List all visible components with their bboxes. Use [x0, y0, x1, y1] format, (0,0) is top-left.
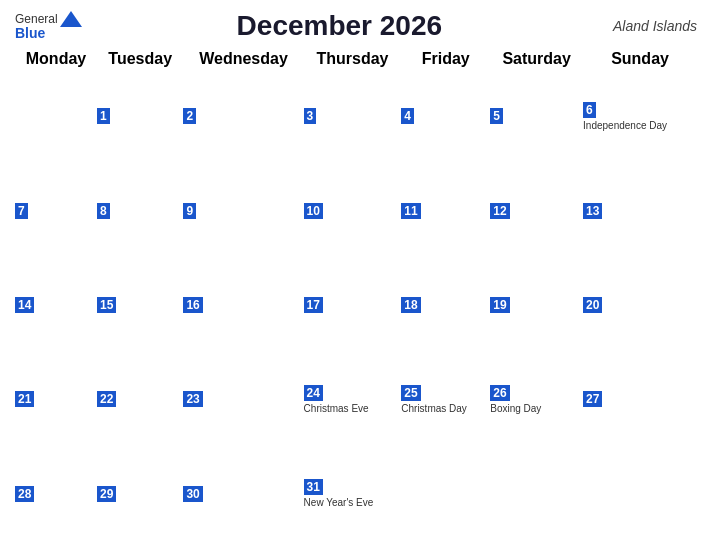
day-number: 17	[304, 297, 323, 313]
day-number: 26	[490, 385, 509, 401]
calendar-table: Monday Tuesday Wednesday Thursday Friday…	[15, 50, 697, 540]
day-number: 13	[583, 203, 602, 219]
calendar-cell: 25Christmas Day	[401, 351, 490, 445]
header-saturday: Saturday	[490, 50, 583, 68]
day-number: 5	[490, 108, 503, 124]
calendar-header: General Blue December 2026 Aland Islands	[15, 10, 697, 42]
calendar-cell: 17	[304, 257, 402, 351]
event-label: Christmas Day	[401, 403, 490, 414]
day-number: 30	[183, 486, 202, 502]
calendar-week-4: 21222324Christmas Eve25Christmas Day26Bo…	[15, 351, 697, 445]
calendar-cell: 20	[583, 257, 697, 351]
logo-blue-text: Blue	[15, 25, 45, 41]
logo-icon	[60, 11, 82, 27]
calendar-week-1: 123456Independence Day	[15, 68, 697, 162]
day-number: 19	[490, 297, 509, 313]
day-number: 9	[183, 203, 196, 219]
calendar-cell	[401, 446, 490, 540]
header-wednesday: Wednesday	[183, 50, 303, 68]
day-number: 6	[583, 102, 596, 118]
calendar-title: December 2026	[237, 10, 442, 42]
day-number: 28	[15, 486, 34, 502]
logo: General Blue	[15, 11, 82, 41]
day-number: 16	[183, 297, 202, 313]
calendar-cell: 11	[401, 162, 490, 256]
header-monday: Monday	[15, 50, 97, 68]
event-label: Independence Day	[583, 120, 697, 131]
calendar-cell: 8	[97, 162, 183, 256]
calendar-week-5: 28293031New Year's Eve	[15, 446, 697, 540]
header-tuesday: Tuesday	[97, 50, 183, 68]
day-number: 21	[15, 391, 34, 407]
weekday-header-row: Monday Tuesday Wednesday Thursday Friday…	[15, 50, 697, 68]
calendar-cell: 27	[583, 351, 697, 445]
calendar-cell: 7	[15, 162, 97, 256]
day-number: 8	[97, 203, 110, 219]
svg-marker-0	[60, 11, 82, 27]
day-number: 11	[401, 203, 420, 219]
day-number: 10	[304, 203, 323, 219]
calendar-cell: 14	[15, 257, 97, 351]
day-number: 4	[401, 108, 414, 124]
calendar-cell: 1	[97, 68, 183, 162]
calendar-week-3: 14151617181920	[15, 257, 697, 351]
calendar-cell: 3	[304, 68, 402, 162]
day-number: 22	[97, 391, 116, 407]
calendar-cell: 15	[97, 257, 183, 351]
calendar-cell: 21	[15, 351, 97, 445]
calendar-cell: 5	[490, 68, 583, 162]
calendar-cell: 26Boxing Day	[490, 351, 583, 445]
day-number: 29	[97, 486, 116, 502]
header-thursday: Thursday	[304, 50, 402, 68]
calendar-cell: 22	[97, 351, 183, 445]
calendar-cell: 4	[401, 68, 490, 162]
calendar-cell: 23	[183, 351, 303, 445]
calendar-cell	[583, 446, 697, 540]
day-number: 18	[401, 297, 420, 313]
header-friday: Friday	[401, 50, 490, 68]
day-number: 27	[583, 391, 602, 407]
day-number: 7	[15, 203, 28, 219]
calendar-cell: 30	[183, 446, 303, 540]
day-number: 1	[97, 108, 110, 124]
logo-general-text: General	[15, 12, 58, 26]
day-number: 12	[490, 203, 509, 219]
event-label: New Year's Eve	[304, 497, 402, 508]
day-number: 15	[97, 297, 116, 313]
calendar-cell: 28	[15, 446, 97, 540]
calendar-cell: 31New Year's Eve	[304, 446, 402, 540]
calendar-cell: 6Independence Day	[583, 68, 697, 162]
calendar-cell: 13	[583, 162, 697, 256]
calendar-cell: 16	[183, 257, 303, 351]
calendar-cell	[490, 446, 583, 540]
calendar-cell: 29	[97, 446, 183, 540]
calendar-cell: 9	[183, 162, 303, 256]
day-number: 23	[183, 391, 202, 407]
calendar-week-2: 78910111213	[15, 162, 697, 256]
day-number: 25	[401, 385, 420, 401]
calendar-cell: 19	[490, 257, 583, 351]
calendar-cell: 24Christmas Eve	[304, 351, 402, 445]
event-label: Christmas Eve	[304, 403, 402, 414]
region-label: Aland Islands	[597, 18, 697, 34]
day-number: 31	[304, 479, 323, 495]
calendar-cell: 12	[490, 162, 583, 256]
calendar-cell: 18	[401, 257, 490, 351]
calendar-cell: 2	[183, 68, 303, 162]
event-label: Boxing Day	[490, 403, 583, 414]
day-number: 20	[583, 297, 602, 313]
calendar-cell	[15, 68, 97, 162]
day-number: 14	[15, 297, 34, 313]
day-number: 3	[304, 108, 317, 124]
calendar-cell: 10	[304, 162, 402, 256]
header-sunday: Sunday	[583, 50, 697, 68]
day-number: 24	[304, 385, 323, 401]
day-number: 2	[183, 108, 196, 124]
